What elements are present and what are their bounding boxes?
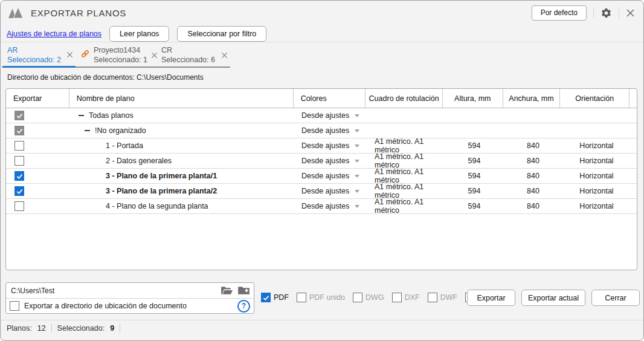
column-header[interactable]: Colores bbox=[294, 89, 366, 108]
browse-folder-icon[interactable] bbox=[221, 285, 233, 296]
colores-dropdown[interactable]: Desde ajustes bbox=[294, 154, 367, 168]
tab-close-icon[interactable] bbox=[221, 52, 228, 59]
column-header[interactable]: Anchura, mm bbox=[503, 89, 561, 108]
column-header[interactable]: Orientación bbox=[560, 89, 630, 108]
altura-cell: 594 bbox=[444, 154, 504, 168]
cuadro-cell: A1 métrico. A1 métrico bbox=[367, 138, 444, 153]
cuadro-cell: A1 métrico. A1 métrico bbox=[367, 199, 444, 213]
chevron-down-icon bbox=[355, 190, 359, 193]
format-checkbox[interactable] bbox=[428, 293, 437, 302]
row-checkbox[interactable] bbox=[14, 186, 24, 196]
table-row[interactable]: !No organizadoDesde ajustes bbox=[6, 123, 637, 138]
row-filler bbox=[631, 154, 637, 168]
plan-name-cell: 2 - Datos generales bbox=[69, 154, 294, 168]
plan-name-cell: 3 - Plano de la primera planta/2 bbox=[69, 184, 294, 198]
format-checkbox[interactable] bbox=[392, 293, 402, 302]
close-button[interactable]: Cerrar bbox=[591, 290, 640, 306]
table-row[interactable]: 4 - Plano de la segunda plantaDesde ajus… bbox=[6, 199, 637, 214]
tab-text: Proyecto1434Seleccionado: 1 bbox=[94, 45, 147, 65]
settings-gear-icon[interactable] bbox=[601, 7, 612, 19]
toolbar: Ajustes de lectura de planos Leer planos… bbox=[7, 25, 266, 42]
tab-name: Proyecto1434 bbox=[94, 45, 147, 55]
plan-name-cell: 1 - Portada bbox=[69, 138, 294, 153]
column-header[interactable]: Altura, mm bbox=[443, 89, 503, 108]
format-option[interactable]: PDF bbox=[261, 293, 289, 302]
plans-count-label: Planos: bbox=[7, 324, 32, 333]
colores-dropdown[interactable]: Desde ajustes bbox=[294, 123, 367, 138]
row-filler bbox=[631, 123, 637, 138]
format-option[interactable]: DWG bbox=[353, 293, 384, 302]
dialog-title: EXPORTAR PLANOS bbox=[31, 8, 126, 18]
format-checkbox[interactable] bbox=[353, 293, 362, 302]
titlebar-controls: Por defecto bbox=[532, 5, 635, 21]
plan-name: 4 - Plano de la segunda planta bbox=[106, 202, 208, 210]
format-checkbox[interactable] bbox=[297, 293, 306, 302]
help-icon[interactable] bbox=[237, 300, 250, 313]
row-filler bbox=[631, 199, 637, 213]
colores-dropdown[interactable]: Desde ajustes bbox=[294, 169, 367, 183]
chevron-down-icon bbox=[355, 129, 359, 132]
chevron-down-icon bbox=[355, 145, 359, 148]
export-path-input[interactable]: C:\Users\Test bbox=[11, 287, 216, 295]
table-row[interactable]: 2 - Datos generalesDesde ajustesA1 métri… bbox=[6, 154, 637, 169]
orientacion-cell bbox=[562, 108, 631, 123]
document-tab[interactable]: Proyecto1434Seleccionado: 1 bbox=[76, 44, 156, 68]
column-header[interactable]: Cuadro de rotulación bbox=[365, 89, 443, 108]
cuadro-cell bbox=[367, 108, 444, 123]
anchura-cell: 840 bbox=[504, 184, 562, 198]
collapse-icon[interactable] bbox=[79, 115, 84, 116]
table-row[interactable]: 3 - Plano de la primera planta/1Desde aj… bbox=[6, 169, 637, 184]
row-checkbox[interactable] bbox=[14, 156, 24, 166]
select-by-filter-button[interactable]: Seleccionar por filtro bbox=[177, 26, 266, 42]
format-checkbox[interactable] bbox=[261, 293, 271, 302]
row-checkbox[interactable] bbox=[14, 141, 24, 151]
row-checkbox-cell bbox=[6, 199, 69, 213]
read-plans-button[interactable]: Leer planos bbox=[109, 26, 169, 42]
colores-dropdown[interactable]: Desde ajustes bbox=[294, 138, 367, 153]
format-label: DWG bbox=[365, 293, 384, 302]
tab-status: Seleccionado: 6 bbox=[161, 55, 215, 65]
altura-cell: 594 bbox=[444, 184, 504, 198]
colores-value: Desde ajustes bbox=[301, 141, 349, 150]
column-header[interactable]: Nombre de plano bbox=[69, 89, 294, 108]
colores-dropdown[interactable]: Desde ajustes bbox=[294, 199, 367, 213]
selected-count-value: 9 bbox=[110, 324, 114, 333]
export-to-doc-dir-checkbox[interactable] bbox=[10, 301, 19, 311]
format-option[interactable]: PDF unido bbox=[297, 293, 345, 302]
format-label: PDF bbox=[274, 293, 289, 302]
export-button[interactable]: Exportar bbox=[467, 290, 515, 306]
colores-value: Desde ajustes bbox=[301, 157, 349, 165]
colores-value: Desde ajustes bbox=[301, 187, 349, 195]
action-buttons: Exportar Exportar actual Cerrar bbox=[467, 290, 640, 306]
row-checkbox[interactable] bbox=[14, 126, 24, 135]
reading-settings-link[interactable]: Ajustes de lectura de planos bbox=[7, 30, 101, 38]
table-row[interactable]: 3 - Plano de la primera planta/2Desde aj… bbox=[6, 184, 637, 199]
row-checkbox[interactable] bbox=[14, 111, 24, 120]
window-close-icon[interactable] bbox=[626, 8, 635, 18]
table-row[interactable]: Todas planosDesde ajustes bbox=[6, 108, 637, 123]
column-header[interactable]: Exportar bbox=[6, 89, 69, 108]
column-header-filler bbox=[630, 89, 637, 108]
colores-dropdown[interactable]: Desde ajustes bbox=[294, 184, 367, 198]
format-options: PDFPDF unidoDWGDXFDWFDWFx bbox=[261, 291, 499, 304]
tab-name: CR bbox=[161, 45, 215, 55]
format-option[interactable]: DXF bbox=[392, 293, 420, 302]
export-plans-dialog: EXPORTAR PLANOS Por defecto Ajustes de l… bbox=[0, 0, 644, 341]
row-checkbox-cell bbox=[6, 138, 69, 153]
document-tab[interactable]: CRSeleccionado: 6 bbox=[156, 44, 230, 68]
row-checkbox[interactable] bbox=[14, 201, 24, 211]
colores-dropdown[interactable]: Desde ajustes bbox=[294, 108, 367, 123]
row-filler bbox=[631, 138, 637, 153]
table-row[interactable]: 1 - PortadaDesde ajustesA1 métrico. A1 m… bbox=[6, 138, 637, 154]
collapse-icon[interactable] bbox=[85, 130, 90, 131]
row-checkbox[interactable] bbox=[14, 171, 24, 181]
new-folder-icon[interactable] bbox=[237, 285, 250, 296]
orientacion-cell: Horizontal bbox=[562, 138, 631, 153]
export-current-button[interactable]: Exportar actual bbox=[521, 290, 585, 306]
cuadro-cell: A1 métrico. A1 métrico bbox=[367, 169, 444, 183]
default-button[interactable]: Por defecto bbox=[532, 5, 587, 21]
chevron-down-icon bbox=[355, 160, 359, 163]
document-tab[interactable]: ARSeleccionado: 2 bbox=[2, 44, 76, 68]
tab-close-icon[interactable] bbox=[66, 51, 73, 58]
format-option[interactable]: DWF bbox=[428, 293, 457, 302]
